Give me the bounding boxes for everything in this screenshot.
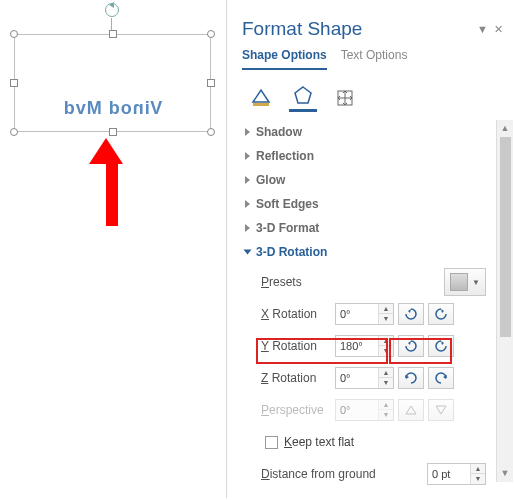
z-rotation-label: Z Rotation (245, 371, 335, 385)
resize-handle-sw[interactable] (10, 128, 18, 136)
perspective-down-button (428, 399, 454, 421)
scroll-up-icon[interactable]: ▲ (497, 120, 513, 137)
resize-handle-se[interactable] (207, 128, 215, 136)
scroll-thumb[interactable] (500, 137, 511, 337)
fill-line-icon[interactable] (247, 84, 275, 112)
rotation-handle[interactable] (105, 3, 119, 17)
spin-up-icon[interactable]: ▲ (471, 464, 485, 474)
scroll-down-icon[interactable]: ▼ (497, 465, 513, 482)
chevron-right-icon (245, 176, 250, 184)
svg-marker-1 (295, 87, 311, 103)
z-rotate-cw-button[interactable] (428, 367, 454, 389)
chevron-right-icon (245, 200, 250, 208)
perspective-up-button (398, 399, 424, 421)
resize-handle-e[interactable] (207, 79, 215, 87)
format-shape-panel: Format Shape ▼ ✕ Shape Options Text Opti… (226, 0, 513, 498)
chevron-right-icon (245, 224, 250, 232)
distance-label: Distance from ground (245, 467, 385, 481)
perspective-label: Perspective (245, 403, 335, 417)
panel-title: Format Shape (242, 18, 362, 40)
svg-rect-0 (253, 103, 269, 106)
section-3d-rotation[interactable]: 3-D Rotation (245, 240, 490, 264)
section-3d-format[interactable]: 3-D Format (245, 216, 490, 240)
chevron-right-icon (245, 152, 250, 160)
y-rotation-label: Y Rotation (245, 339, 335, 353)
perspective-input: ▲▼ (335, 399, 394, 421)
y-rotation-input[interactable]: ▲▼ (335, 335, 394, 357)
spin-down-icon[interactable]: ▼ (379, 314, 393, 324)
panel-scrollbar[interactable]: ▲ ▼ (496, 120, 513, 482)
spin-down-icon[interactable]: ▼ (379, 346, 393, 356)
presets-dropdown[interactable]: ▼ (444, 268, 486, 296)
document-canvas[interactable]: Vinod Mvd (0, 0, 225, 498)
spin-up-icon[interactable]: ▲ (379, 368, 393, 378)
spin-down-icon[interactable]: ▼ (471, 474, 485, 484)
panel-menu-icon[interactable]: ▼ (477, 23, 488, 36)
resize-handle-w[interactable] (10, 79, 18, 87)
resize-handle-ne[interactable] (207, 30, 215, 38)
presets-label: Presets (245, 275, 335, 289)
effects-icon[interactable] (289, 84, 317, 112)
size-properties-icon[interactable] (331, 84, 359, 112)
section-glow[interactable]: Glow (245, 168, 490, 192)
x-rotate-right-button[interactable] (428, 303, 454, 325)
chevron-right-icon (245, 128, 250, 136)
keep-text-flat-label: Keep text flat (284, 435, 354, 449)
shape-text: Vinod Mvd (14, 98, 211, 119)
z-rotate-ccw-button[interactable] (398, 367, 424, 389)
section-soft-edges[interactable]: Soft Edges (245, 192, 490, 216)
resize-handle-s[interactable] (109, 128, 117, 136)
x-rotation-label: X Rotation (245, 307, 335, 321)
tab-text-options[interactable]: Text Options (341, 48, 408, 70)
resize-handle-nw[interactable] (10, 30, 18, 38)
spin-up-icon[interactable]: ▲ (379, 304, 393, 314)
section-reflection[interactable]: Reflection (245, 144, 490, 168)
resize-handle-n[interactable] (109, 30, 117, 38)
y-rotate-right-button[interactable] (428, 335, 454, 357)
spin-down-icon[interactable]: ▼ (379, 378, 393, 388)
spin-up-icon[interactable]: ▲ (379, 336, 393, 346)
section-shadow[interactable]: Shadow (245, 120, 490, 144)
chevron-down-icon (244, 250, 252, 255)
keep-text-flat-checkbox[interactable] (265, 436, 278, 449)
z-rotation-input[interactable]: ▲▼ (335, 367, 394, 389)
y-rotate-left-button[interactable] (398, 335, 424, 357)
annotation-arrow (100, 138, 123, 226)
tab-shape-options[interactable]: Shape Options (242, 48, 327, 70)
distance-input[interactable]: ▲▼ (427, 463, 486, 485)
panel-close-icon[interactable]: ✕ (494, 23, 503, 36)
x-rotation-input[interactable]: ▲▼ (335, 303, 394, 325)
x-rotate-left-button[interactable] (398, 303, 424, 325)
